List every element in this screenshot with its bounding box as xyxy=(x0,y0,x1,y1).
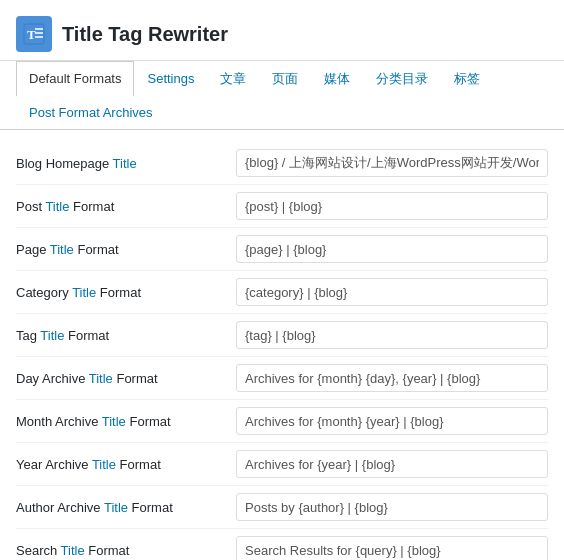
field-label-author-archive-title-format: Author Archive Title Format xyxy=(16,500,236,515)
form-row-blog-homepage-title: Blog Homepage Title xyxy=(16,142,548,185)
tab-[interactable]: 页面 xyxy=(259,61,311,96)
field-input-author-archive-title-format[interactable] xyxy=(236,493,548,521)
field-input-search-title-format[interactable] xyxy=(236,536,548,560)
tab-default-formats[interactable]: Default Formats xyxy=(16,61,134,96)
field-input-tag-title-format[interactable] xyxy=(236,321,548,349)
field-input-blog-homepage-title[interactable] xyxy=(236,149,548,177)
field-label-tag-title-format: Tag Title Format xyxy=(16,328,236,343)
field-label-month-archive-title-format: Month Archive Title Format xyxy=(16,414,236,429)
field-label-post-title-format: Post Title Format xyxy=(16,199,236,214)
tab-[interactable]: 文章 xyxy=(207,61,259,96)
form-row-post-title-format: Post Title Format xyxy=(16,185,548,228)
field-label-year-archive-title-format: Year Archive Title Format xyxy=(16,457,236,472)
page-wrapper: T Title Tag Rewriter Default FormatsSett… xyxy=(0,0,564,560)
form-row-year-archive-title-format: Year Archive Title Format xyxy=(16,443,548,486)
svg-text:T: T xyxy=(27,27,36,42)
tab-[interactable]: 分类目录 xyxy=(363,61,441,96)
field-label-blog-homepage-title: Blog Homepage Title xyxy=(16,156,236,171)
field-input-month-archive-title-format[interactable] xyxy=(236,407,548,435)
field-input-day-archive-title-format[interactable] xyxy=(236,364,548,392)
field-label-category-title-format: Category Title Format xyxy=(16,285,236,300)
field-input-post-title-format[interactable] xyxy=(236,192,548,220)
field-input-page-title-format[interactable] xyxy=(236,235,548,263)
tabs-bar: Default FormatsSettings文章页面媒体分类目录标签Post … xyxy=(0,61,564,130)
form-row-page-title-format: Page Title Format xyxy=(16,228,548,271)
tab-[interactable]: 标签 xyxy=(441,61,493,96)
content-area: Blog Homepage TitlePost Title FormatPage… xyxy=(0,130,564,560)
tab-post-format-archives[interactable]: Post Format Archives xyxy=(16,95,166,130)
form-row-month-archive-title-format: Month Archive Title Format xyxy=(16,400,548,443)
form-row-category-title-format: Category Title Format xyxy=(16,271,548,314)
form-row-tag-title-format: Tag Title Format xyxy=(16,314,548,357)
form-row-day-archive-title-format: Day Archive Title Format xyxy=(16,357,548,400)
page-title: Title Tag Rewriter xyxy=(62,23,228,46)
plugin-icon: T xyxy=(16,16,52,52)
plugin-header: T Title Tag Rewriter xyxy=(0,0,564,61)
field-input-category-title-format[interactable] xyxy=(236,278,548,306)
form-row-search-title-format: Search Title Format xyxy=(16,529,548,560)
field-label-day-archive-title-format: Day Archive Title Format xyxy=(16,371,236,386)
tab-settings[interactable]: Settings xyxy=(134,61,207,96)
form-row-author-archive-title-format: Author Archive Title Format xyxy=(16,486,548,529)
field-label-search-title-format: Search Title Format xyxy=(16,543,236,558)
tab-[interactable]: 媒体 xyxy=(311,61,363,96)
field-input-year-archive-title-format[interactable] xyxy=(236,450,548,478)
field-label-page-title-format: Page Title Format xyxy=(16,242,236,257)
